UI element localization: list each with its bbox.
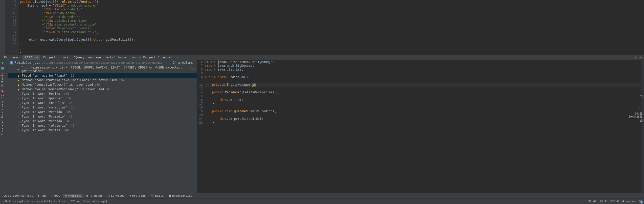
issue-location: :46	[63, 128, 69, 132]
build-button[interactable]: 🔨Build	[149, 194, 166, 198]
bookmarks-tool[interactable]: Bookmarks	[1, 72, 4, 87]
dependencies-button[interactable]: ⬣Dependencies	[167, 194, 194, 198]
java-file-icon: J	[10, 61, 13, 64]
issue-location: :51	[189, 67, 195, 71]
close-tab-icon[interactable]: ×	[175, 56, 179, 59]
issue-row[interactable]: ▲Method 'valorPromedioVendido()' is neve…	[8, 87, 197, 92]
left-tool-strip: Bookmarks 🔖 Persistence Structure	[0, 0, 5, 196]
tool-window-bar: ⎇Version Control ▶Run ≡TODO ⊘Problems ▣T…	[0, 193, 644, 198]
preview-code[interactable]: import import javax.persistence.EntityMa…	[205, 60, 641, 193]
typo-icon: ✓̰	[17, 92, 20, 96]
typo-icon: ✓̰	[17, 124, 20, 127]
issue-row[interactable]: ✓̰Typo: In word 'relatorio' :46	[8, 123, 197, 128]
problems-button[interactable]: ⊘Problems	[63, 194, 83, 198]
file-encoding[interactable]: UTF-8	[610, 200, 619, 203]
issue-location: :19	[65, 97, 71, 100]
issue-row[interactable]: ●',', <expression>, <join>, FETCH, GROUP…	[8, 65, 197, 73]
preview-error-stripe[interactable]	[641, 60, 644, 193]
issue-row[interactable]: ✓̰Typo: In word 'Ventas' :46	[8, 128, 197, 132]
issue-message: ',', <expression>, <join>, FETCH, GROUP,…	[21, 66, 188, 73]
issue-message: Typo: In word 'Vendido'	[22, 110, 64, 114]
issue-message: Typo: In word 'consulta'	[22, 101, 65, 105]
gear-icon[interactable]: ⚙	[635, 56, 636, 59]
issue-row[interactable]: ✓̰Typo: In word 'guardar' :19	[8, 96, 197, 101]
svg-point-0	[2, 62, 4, 64]
issue-row[interactable]: ▲Method 'consultaPorId(java.lang.Long)' …	[8, 78, 197, 82]
issue-location: :41	[105, 87, 111, 91]
indent-setting[interactable]: 4 spaces	[622, 200, 636, 203]
typo-icon: ✓̰	[17, 97, 20, 100]
chevron-up-icon[interactable]: ︿	[639, 101, 643, 105]
caret-position[interactable]: 30:42	[588, 200, 596, 203]
hide-panel-icon[interactable]: —	[640, 56, 641, 59]
editor-content[interactable]: 1 usage public List<Object[]> relatorioD…	[19, 0, 644, 55]
warning-icon: ▲	[17, 83, 20, 86]
typo-icon: ✓̰	[17, 106, 20, 109]
issue-row[interactable]: ✓̰Typo: In word 'Pedido' :10	[8, 92, 197, 96]
issue-message: Typo: In word 'Pedido'	[22, 92, 62, 96]
problems-preview[interactable]: 678910111213141516171819202122 import im…	[197, 60, 644, 193]
volume-icon[interactable]: 🔊	[639, 119, 643, 123]
issue-row[interactable]: ✓̰Typo: In word 'Vendido' :41	[8, 119, 197, 123]
problems-panel-header: Problems: File 14 Project Errors 'Query …	[0, 55, 644, 60]
profiler-button[interactable]: ◔Profiler	[127, 194, 148, 198]
issue-row[interactable]: ✓̰Typo: In word 'consulta' :24	[8, 101, 197, 105]
line-separator[interactable]: CRLF	[600, 200, 607, 203]
issue-location: :10	[63, 92, 69, 96]
system-clock[interactable]: 10:59 10/5/2023	[629, 112, 642, 118]
language-indicator[interactable]: ES	[639, 95, 643, 99]
svg-rect-3	[3, 95, 4, 96]
preview-gutter: 678910111213141516171819202122	[197, 60, 205, 193]
problem-count: 14 problems	[173, 61, 195, 64]
warning-icon: ▲	[17, 78, 20, 82]
issue-message: Typo: In word 'relatorio'	[22, 124, 68, 127]
todo-button[interactable]: ≡TODO	[49, 194, 62, 198]
battery-icon[interactable]: ▭	[639, 107, 643, 111]
issue-location: :35	[65, 110, 71, 114]
editor-right-margin	[182, 0, 182, 55]
code-editor[interactable]: 4647484950515253545556575859 1 usage pub…	[0, 0, 644, 55]
issue-location: :30	[69, 106, 75, 109]
issue-row[interactable]: ✓̰Typo: In word 'consultar' :30	[8, 105, 197, 110]
issue-location: :30	[95, 83, 100, 86]
persistence-tool[interactable]: Persistence	[1, 100, 4, 119]
tab-inspection[interactable]: 'Query language checks' Inspection on Pr…	[72, 55, 174, 60]
play-icon: ▶	[38, 194, 40, 197]
issue-row[interactable]: ▲Field 'em' may be 'final' :12	[8, 73, 197, 78]
run-button[interactable]: ▶Run	[36, 194, 48, 198]
tab-project-errors[interactable]: Project Errors	[41, 55, 71, 60]
tab-file[interactable]: File 14	[23, 55, 40, 60]
issue-message: Method 'consultarTodos()' is never used	[22, 83, 93, 86]
terminal-button[interactable]: ▣Terminal	[84, 194, 105, 198]
hammer-icon: 🔨	[151, 194, 154, 197]
services-button[interactable]: ⬡Services	[105, 194, 126, 198]
commit-tool-icon[interactable]	[1, 61, 5, 65]
issue-row[interactable]: ✓̰Typo: In word 'Vendido' :35	[8, 110, 197, 114]
warning-icon: ▲	[17, 87, 20, 91]
issue-location: :12	[69, 74, 75, 77]
issue-message: Method 'valorPromedioVendido()' is never…	[22, 87, 104, 91]
problems-file-row[interactable]: J PedidoDao.java C:\Users\czala\workspac…	[8, 60, 197, 65]
notifications-icon[interactable]: 🗨4	[639, 200, 642, 203]
bookmark-icon[interactable]: 🔖	[1, 89, 5, 93]
status-bar: ☐ Build completed successfully in 2 sec,…	[0, 198, 644, 204]
problems-list[interactable]: J PedidoDao.java C:\Users\czala\workspac…	[8, 60, 197, 193]
issue-message: Method 'consultaPorId(java.lang.Long)' i…	[22, 78, 117, 82]
typo-icon: ✓̰	[17, 115, 20, 118]
svg-rect-1	[1, 67, 4, 70]
version-control-button[interactable]: ⎇Version Control	[2, 194, 35, 198]
typo-icon: ✓̰	[17, 110, 20, 114]
typo-icon: ✓̰	[17, 119, 20, 123]
issue-location: :46	[69, 124, 75, 127]
usage-hint[interactable]: 1 usage	[23, 0, 34, 1]
issue-message: Typo: In word 'Ventas'	[22, 128, 62, 132]
issue-row[interactable]: ▲Method 'consultarTodos()' is never used…	[8, 82, 197, 87]
typo-icon: ✓̰	[17, 101, 20, 105]
structure-icon[interactable]	[1, 95, 5, 99]
build-status-message: Build completed successfully in 2 sec, 3…	[5, 200, 107, 203]
svg-rect-2	[1, 95, 2, 96]
issue-location: :41	[67, 115, 73, 118]
structure-tool[interactable]: Structure	[1, 120, 4, 136]
issue-row[interactable]: ✓̰Typo: In word 'Promedio' :41	[8, 114, 197, 119]
pull-requests-icon[interactable]	[1, 66, 5, 70]
